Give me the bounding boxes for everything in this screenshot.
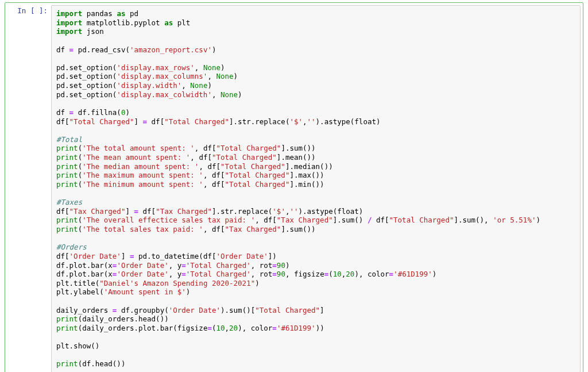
code-editor[interactable]: import pandas as pd import matplotlib.py… bbox=[51, 5, 581, 372]
code-cell[interactable]: In [ ]: import pandas as pd import matpl… bbox=[5, 2, 583, 372]
code-content[interactable]: import pandas as pd import matplotlib.py… bbox=[56, 9, 575, 369]
input-prompt: In [ ]: bbox=[5, 3, 51, 372]
prompt-label: In [ ]: bbox=[17, 6, 48, 15]
